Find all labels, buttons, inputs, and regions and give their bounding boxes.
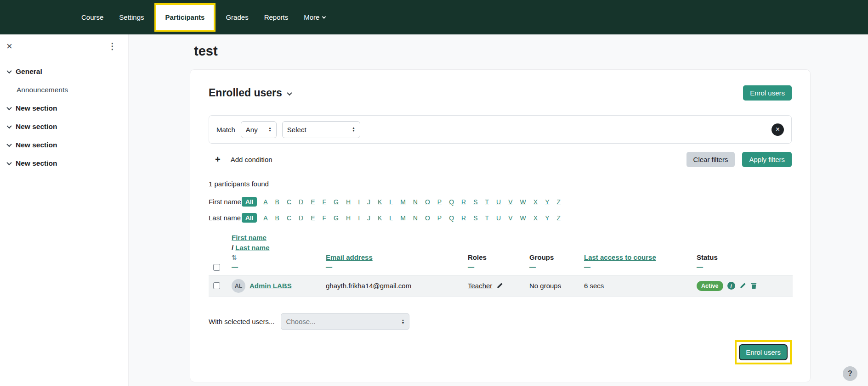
select-user-checkbox[interactable] [213,282,220,289]
clear-filters-button[interactable]: Clear filters [686,152,735,167]
letter-link[interactable]: J [367,198,370,206]
letter-link[interactable]: T [485,198,489,206]
letter-link[interactable]: E [311,198,315,206]
info-icon[interactable]: i [727,282,735,290]
match-type-select[interactable]: Any ▲▼ [241,121,277,138]
letter-link[interactable]: U [496,214,501,222]
letter-link[interactable]: R [461,214,466,222]
avatar[interactable]: AL [232,279,245,293]
select-all-checkbox[interactable] [213,264,220,271]
letter-link[interactable]: C [287,214,291,222]
nav-reports[interactable]: Reports [256,9,296,26]
letter-link[interactable]: K [378,214,382,222]
letter-link[interactable]: Y [545,214,549,222]
sort-icon[interactable]: ⇅ [232,254,326,261]
letter-link[interactable]: A [263,214,267,222]
letter-link[interactable]: D [299,214,303,222]
letter-link[interactable]: J [367,214,370,222]
edit-enrolment-icon[interactable] [739,282,746,289]
last-name-all-chip[interactable]: All [242,213,257,223]
letter-link[interactable]: W [520,214,526,222]
nav-settings[interactable]: Settings [111,9,152,26]
collapse-column-icon[interactable]: — [584,263,697,271]
letter-link[interactable]: R [461,198,466,206]
remove-filter-row-button[interactable]: × [772,123,784,136]
letter-link[interactable]: I [358,198,360,206]
letter-link[interactable]: Q [449,214,454,222]
letter-link[interactable]: Z [556,214,561,222]
sidebar-item-new-section-2[interactable]: New section [0,117,128,136]
letter-link[interactable]: O [425,198,430,206]
letter-link[interactable]: B [275,214,279,222]
collapse-column-icon[interactable]: — [468,263,529,271]
letter-link[interactable]: Z [556,198,561,206]
collapse-column-icon[interactable]: — [529,263,584,271]
letter-link[interactable]: I [358,214,360,222]
add-condition-link[interactable]: + Add condition [209,154,272,165]
letter-link[interactable]: V [508,214,512,222]
nav-course[interactable]: Course [74,9,111,26]
letter-link[interactable]: H [346,198,351,206]
sidebar-item-announcements[interactable]: Announcements [0,81,128,99]
sidebar-item-new-section-4[interactable]: New section [0,154,128,173]
letter-link[interactable]: P [437,198,442,206]
enrol-users-button-top[interactable]: Enrol users [743,85,792,101]
close-drawer-icon[interactable]: × [6,42,12,51]
letter-link[interactable]: L [389,198,393,206]
letter-link[interactable]: M [400,198,406,206]
letter-link[interactable]: P [437,214,442,222]
letter-link[interactable]: M [400,214,406,222]
sort-first-name-link[interactable]: First name [232,234,267,241]
letter-link[interactable]: K [378,198,382,206]
user-name-link[interactable]: Admin LABS [250,282,292,290]
letter-link[interactable]: U [496,198,501,206]
letter-link[interactable]: G [334,214,339,222]
help-button[interactable]: ? [843,366,857,381]
enrolled-users-label: Enrolled users [209,87,282,99]
first-name-all-chip[interactable]: All [242,197,257,207]
edit-role-icon[interactable] [496,282,503,289]
nav-grades[interactable]: Grades [218,9,256,26]
letter-link[interactable]: L [389,214,393,222]
letter-link[interactable]: H [346,214,351,222]
sort-last-name-link[interactable]: Last name [235,244,269,252]
letter-link[interactable]: B [275,198,279,206]
letter-link[interactable]: C [287,198,291,206]
role-link[interactable]: Teacher [468,282,492,290]
letter-link[interactable]: X [533,214,538,222]
letter-link[interactable]: W [520,198,526,206]
letter-link[interactable]: F [323,214,327,222]
collapse-column-icon[interactable]: — [232,263,326,271]
letter-link[interactable]: E [311,214,315,222]
enrol-users-button-bottom[interactable]: Enrol users [739,344,788,360]
letter-link[interactable]: S [473,214,477,222]
collapse-column-icon[interactable]: — [326,263,468,271]
sidebar-item-new-section-1[interactable]: New section [0,99,128,117]
letter-link[interactable]: V [508,198,512,206]
letter-link[interactable]: Q [449,198,454,206]
letter-link[interactable]: T [485,214,489,222]
letter-link[interactable]: N [413,214,418,222]
bulk-action-select[interactable]: Choose... ▲▼ [281,313,409,330]
collapse-column-icon[interactable]: — [697,263,793,271]
letter-link[interactable]: Y [545,198,549,206]
delete-enrolment-icon[interactable] [750,282,757,289]
letter-link[interactable]: X [533,198,538,206]
letter-link[interactable]: A [263,198,267,206]
nav-more[interactable]: More [296,9,333,26]
filter-type-select[interactable]: Select ▲▼ [282,121,360,138]
sort-last-access-link[interactable]: Last access to course [584,253,697,261]
sidebar-item-general[interactable]: General [0,62,128,81]
apply-filters-button[interactable]: Apply filters [742,152,792,167]
letter-link[interactable]: D [299,198,303,206]
nav-participants[interactable]: Participants [156,5,214,30]
letter-link[interactable]: F [323,198,327,206]
letter-link[interactable]: S [473,198,477,206]
sidebar-item-new-section-3[interactable]: New section [0,136,128,154]
letter-link[interactable]: N [413,198,418,206]
letter-link[interactable]: O [425,214,430,222]
kebab-menu-icon[interactable]: ⋮ [108,41,117,51]
letter-link[interactable]: G [334,198,339,206]
enrolled-users-heading[interactable]: Enrolled users [209,87,291,99]
sort-email-link[interactable]: Email address [326,253,468,261]
